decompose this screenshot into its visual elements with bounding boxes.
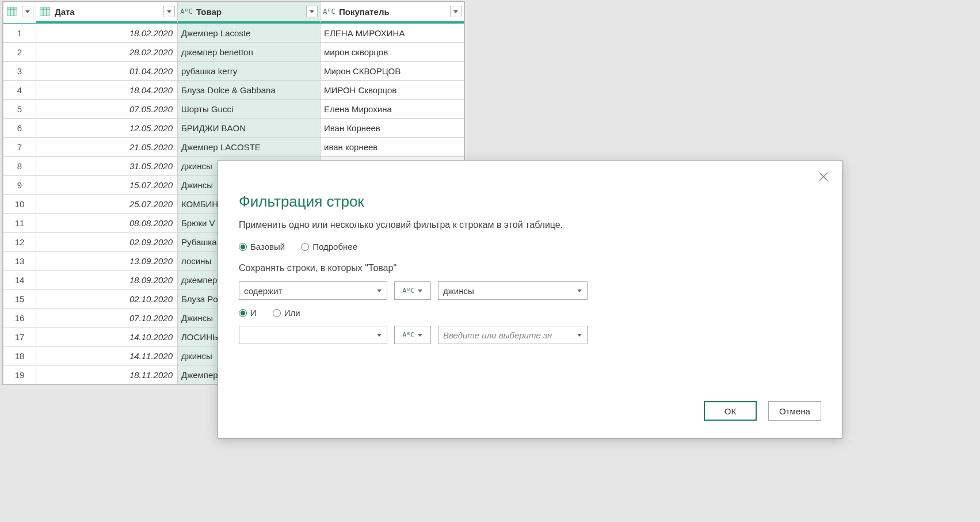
row-number: 2 (3, 43, 36, 62)
value-dropdown-1[interactable]: джинсы (438, 281, 588, 300)
cell-date[interactable]: 02.10.2020 (36, 289, 178, 308)
chevron-down-icon (577, 334, 582, 337)
type-dropdown-2[interactable]: AᴮC (394, 326, 431, 344)
cell-customer[interactable]: МИРОН Скворцов (321, 81, 464, 100)
row-number: 5 (3, 100, 36, 119)
cell-date[interactable]: 01.04.2020 (36, 62, 178, 81)
cell-date[interactable]: 18.09.2020 (36, 270, 178, 289)
cell-date[interactable]: 28.02.2020 (36, 43, 178, 62)
cell-product[interactable]: БРИДЖИ BAON (178, 119, 321, 138)
product-filter-button[interactable] (306, 6, 318, 17)
table-row[interactable]: 721.05.2020Джемпер LACOSTEиван корнеев (3, 138, 464, 157)
table-icon (39, 5, 51, 18)
cell-customer[interactable]: мирон скворцов (321, 43, 464, 62)
mode-radio-group: Базовый Подробнее (239, 242, 821, 252)
cell-customer[interactable]: ЕЛЕНА МИРОХИНА (321, 24, 464, 43)
cell-date[interactable]: 25.07.2020 (36, 195, 178, 214)
operator-dropdown-1[interactable]: содержит (239, 281, 387, 300)
cell-product[interactable]: Шорты Gucci (178, 100, 321, 119)
logic-radio-group: И Или (239, 308, 821, 318)
text-type-icon: AᴮC (180, 5, 193, 18)
text-type-icon: AᴮC (402, 287, 415, 295)
row-number: 9 (3, 176, 36, 195)
cell-date[interactable]: 02.09.2020 (36, 233, 178, 252)
close-icon[interactable] (815, 169, 832, 185)
type-dropdown-1[interactable]: AᴮC (394, 281, 431, 300)
dialog-subtitle: Применить одно или несколько условий фил… (239, 220, 821, 230)
cell-product[interactable]: Джемпер Lacoste (178, 24, 321, 43)
cell-date[interactable]: 31.05.2020 (36, 157, 178, 176)
cell-product[interactable]: Блуза Dolce & Gabbana (178, 81, 321, 100)
row-number: 7 (3, 138, 36, 157)
cell-date[interactable]: 21.05.2020 (36, 138, 178, 157)
cell-date[interactable]: 14.11.2020 (36, 346, 178, 365)
cell-customer[interactable]: иван корнеев (321, 138, 464, 157)
cell-product[interactable]: рубашка kerry (178, 62, 321, 81)
cell-date[interactable]: 08.08.2020 (36, 214, 178, 233)
column-label: Товар (196, 7, 303, 17)
row-number: 18 (3, 346, 36, 365)
row-number: 8 (3, 157, 36, 176)
radio-basic[interactable]: Базовый (239, 242, 285, 252)
table-row[interactable]: 228.02.2020джемпер benettonмирон скворцо… (3, 43, 464, 62)
chevron-down-icon (376, 334, 382, 337)
column-label: Покупатель (339, 7, 447, 17)
dialog-title: Фильтрация строк (239, 193, 821, 211)
cell-customer[interactable]: Мирон СКВОРЦОВ (321, 62, 464, 81)
svg-rect-0 (7, 7, 17, 16)
row-number: 3 (3, 62, 36, 81)
cell-date[interactable]: 15.07.2020 (36, 176, 178, 195)
table-row[interactable]: 418.04.2020Блуза Dolce & GabbanaМИРОН Ск… (3, 81, 464, 100)
text-type-icon: AᴮC (323, 5, 335, 18)
table-row[interactable]: 612.05.2020БРИДЖИ BAONИван Корнеев (3, 119, 464, 138)
row-index-header[interactable] (3, 2, 36, 21)
filter-rows-dialog: Фильтрация строк Применить одно или неск… (218, 160, 842, 439)
cell-customer[interactable]: Елена Мирохина (321, 100, 464, 119)
cell-date[interactable]: 14.10.2020 (36, 327, 178, 346)
cell-date[interactable]: 12.05.2020 (36, 119, 178, 138)
cell-date[interactable]: 18.11.2020 (36, 365, 178, 384)
svg-rect-4 (40, 7, 50, 16)
cell-date[interactable]: 18.04.2020 (36, 81, 178, 100)
table-icon (6, 5, 18, 18)
operator-dropdown-2[interactable] (239, 326, 387, 344)
customer-filter-button[interactable] (450, 6, 462, 17)
cell-product[interactable]: джемпер benetton (178, 43, 321, 62)
table-row[interactable]: 507.05.2020Шорты GucciЕлена Мирохина (3, 100, 464, 119)
index-filter-button[interactable] (22, 6, 33, 17)
table-row[interactable]: 301.04.2020рубашка kerryМирон СКВОРЦОВ (3, 62, 464, 81)
row-number: 10 (3, 195, 36, 214)
row-number: 1 (3, 24, 36, 43)
value-dropdown-2[interactable]: Введите или выберите зн (438, 326, 588, 344)
cell-date[interactable]: 18.02.2020 (36, 24, 178, 43)
column-header-customer[interactable]: AᴮC Покупатель (321, 2, 464, 21)
radio-advanced[interactable]: Подробнее (301, 242, 357, 252)
row-number: 16 (3, 308, 36, 327)
row-number: 12 (3, 233, 36, 252)
ok-button[interactable]: ОК (704, 401, 757, 421)
row-number: 17 (3, 327, 36, 346)
radio-or[interactable]: Или (273, 308, 300, 318)
chevron-down-icon (577, 289, 582, 292)
row-number: 14 (3, 270, 36, 289)
condition-row-1: содержит AᴮC джинсы (239, 281, 821, 300)
keep-rows-label: Сохранять строки, в которых "Товар" (239, 263, 821, 273)
column-header-date[interactable]: Дата (36, 2, 178, 21)
cell-customer[interactable]: Иван Корнеев (321, 119, 464, 138)
date-filter-button[interactable] (163, 6, 175, 17)
column-header-product[interactable]: AᴮC Товар (178, 2, 321, 21)
column-label: Дата (55, 7, 160, 17)
cell-date[interactable]: 07.10.2020 (36, 308, 178, 327)
table-row[interactable]: 118.02.2020Джемпер LacosteЕЛЕНА МИРОХИНА (3, 24, 464, 43)
cell-date[interactable]: 13.09.2020 (36, 252, 178, 270)
condition-row-2: AᴮC Введите или выберите зн (239, 326, 821, 344)
cell-date[interactable]: 07.05.2020 (36, 100, 178, 119)
row-number: 11 (3, 214, 36, 233)
cell-product[interactable]: Джемпер LACOSTE (178, 138, 321, 157)
radio-and[interactable]: И (239, 308, 257, 318)
cancel-button[interactable]: Отмена (768, 401, 821, 421)
row-number: 15 (3, 289, 36, 308)
row-number: 13 (3, 252, 36, 270)
row-number: 6 (3, 119, 36, 138)
chevron-down-icon (417, 289, 423, 292)
